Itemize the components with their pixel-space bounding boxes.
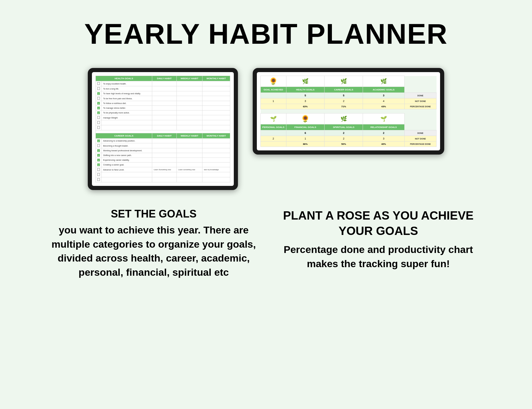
done-row-top: 5 5 3 DONE <box>261 93 437 98</box>
table-row: ✓Shifting into a new career path. <box>96 153 230 158</box>
checkbox[interactable] <box>97 97 100 100</box>
checkbox[interactable]: ✓ <box>97 102 100 105</box>
table-row <box>96 172 230 177</box>
health-pct: 63% <box>286 104 325 109</box>
weekly-habit-col-1: WEEKLY HABIT <box>177 76 202 81</box>
page-title: YEARLY HABIT PLANNER <box>84 18 448 50</box>
set-goals-title: SET THE GOALS <box>50 208 257 220</box>
set-goals-body: you want to achieve this year. There are… <box>50 223 257 279</box>
career-goals-header: CAREER GOALS DAILY HABIT WEEKLY HABIT MO… <box>96 133 230 139</box>
checkbox[interactable] <box>97 144 100 147</box>
table-row: ✓Experiencing career stability. <box>96 158 230 163</box>
plant-icon: 🌱 <box>270 116 277 122</box>
plant-row-bottom: 🌱 🌻 🌿 🌱 <box>261 113 437 124</box>
checkbox[interactable] <box>97 173 100 176</box>
checkbox[interactable]: ✓ <box>97 139 100 142</box>
plant-rose-body: Percentage done and productivity chart m… <box>275 243 482 271</box>
financial-not-done: 1 <box>286 136 325 142</box>
spiritual-done: 2 <box>325 130 363 136</box>
checkbox[interactable] <box>97 87 100 90</box>
table-row: ✓Working toward professional development… <box>96 148 230 153</box>
checkbox[interactable]: ✓ <box>97 159 100 161</box>
goal-achieved-header: GOAL ACHIEVED <box>261 87 286 93</box>
left-tablet: HEALTH GOALS DAILY HABIT WEEKLY HABIT MO… <box>88 68 238 190</box>
not-done-count: 1 <box>261 98 286 104</box>
grid-spacer <box>261 109 437 113</box>
table-row: ✓Advancing to a leadership position. <box>96 139 230 143</box>
pct-blank <box>261 104 286 109</box>
health-done: 5 <box>286 93 325 98</box>
weekly-habit-col-2: WEEKLY HABIT <box>177 133 202 139</box>
table-row: Advance to New Level.Learn Something new… <box>96 167 230 172</box>
sunflower-icon: 🌻 <box>269 77 278 85</box>
table-row: To be free from pain and illness. <box>96 96 230 101</box>
right-tablet: 🌻 🌿 🌿 🌿 GOAL ACHIEVED HEALTH GOALS CAREE… <box>253 68 444 155</box>
not-done-side-label: NOT DONE <box>404 98 436 104</box>
plant-icon: 🌿 <box>302 78 309 84</box>
checkbox[interactable]: ✓ <box>97 111 100 114</box>
financial-goals-header: FINANCIAL GOALS <box>286 124 325 130</box>
relationship-goals-header: RELATIONSHIP GOALS <box>363 124 405 130</box>
table-row: To enjoy excellent health. <box>96 81 230 86</box>
right-tablet-screen: 🌻 🌿 🌿 🌿 GOAL ACHIEVED HEALTH GOALS CAREE… <box>257 72 440 150</box>
not-done-side-label-b: NOT DONE <box>404 136 436 142</box>
checkbox[interactable]: ✓ <box>97 163 100 166</box>
spiritual-pct: 50% <box>325 142 363 147</box>
checkbox[interactable] <box>97 126 100 129</box>
career-not-done: 2 <box>325 98 363 104</box>
bottom-right-text: PLANT A ROSE AS YOU ACHIEVE YOUR GOALS P… <box>275 208 482 271</box>
monthly-habit-col-1: MONTHLY HABIT <box>202 76 230 81</box>
checkbox[interactable]: ✓ <box>97 154 100 157</box>
relationship-done: 2 <box>363 130 405 136</box>
table-row <box>96 125 230 130</box>
health-goals-header: HEALTH GOALS DAILY HABIT WEEKLY HABIT MO… <box>96 76 230 81</box>
checkbox[interactable]: ✓ <box>97 107 100 109</box>
pct-row-top: 63% 71% 43% PERCENTAGE DONE <box>261 104 437 109</box>
table-row: ✓Creating a career goal. <box>96 163 230 167</box>
plant-icon: 🌱 <box>380 116 387 122</box>
personal-not-done-count: 2 <box>261 136 286 142</box>
done-side-label-b: DONE <box>404 130 436 136</box>
academic-done: 3 <box>363 93 405 98</box>
academic-not-done: 4 <box>363 98 405 104</box>
monthly-habit-col-2: MONTHLY HABIT <box>202 133 230 139</box>
checkbox[interactable] <box>97 116 100 119</box>
not-done-row-bottom: 2 1 2 3 NOT DONE <box>261 136 437 142</box>
col-headers-top: GOAL ACHIEVED HEALTH GOALS CAREER GOALS … <box>261 87 437 93</box>
plant-row-top: 🌻 🌿 🌿 🌿 <box>261 76 437 87</box>
plant-icon: 🌿 <box>340 116 347 122</box>
plant-icon: 🌿 <box>380 78 387 84</box>
screens-row: HEALTH GOALS DAILY HABIT WEEKLY HABIT MO… <box>12 68 520 190</box>
bottom-row: SET THE GOALS you want to achieve this y… <box>15 208 517 279</box>
table-row: ✓To follow a nutritious diet. <box>96 101 230 106</box>
plant-icon: 🌿 <box>340 78 347 84</box>
daily-habit-col-1: DAILY HABIT <box>152 76 177 81</box>
spiritual-not-done: 2 <box>325 136 363 142</box>
pct-side-label-b: PERCENTAGE DONE <box>404 142 436 147</box>
personal-pct-blank <box>261 142 286 147</box>
plant-rose-title: PLANT A ROSE AS YOU ACHIEVE YOUR GOALS <box>275 208 482 238</box>
table-row <box>96 120 230 125</box>
checkbox[interactable]: ✓ <box>97 149 100 152</box>
financial-pct: 86% <box>286 142 325 147</box>
left-tablet-screen: HEALTH GOALS DAILY HABIT WEEKLY HABIT MO… <box>92 72 234 186</box>
daily-habit-col-2: DAILY HABIT <box>152 133 177 139</box>
checkbox[interactable]: ✓ <box>97 92 100 95</box>
health-goals-header-r: HEALTH GOALS <box>286 87 325 93</box>
checkbox[interactable] <box>97 168 100 171</box>
table-row: To live a long life. <box>96 86 230 91</box>
pct-side-label: PERCENTAGE DONE <box>404 104 436 109</box>
progress-grid-top: 🌻 🌿 🌿 🌿 GOAL ACHIEVED HEALTH GOALS CAREE… <box>260 76 437 147</box>
table-row <box>96 177 230 182</box>
done-label-cell <box>261 93 286 98</box>
spiritual-goals-header: SPIRITUAL GOALS <box>325 124 363 130</box>
checkbox[interactable] <box>97 121 100 124</box>
relationship-pct: 40% <box>363 142 405 147</box>
health-goals-label: HEALTH GOALS <box>96 76 152 81</box>
checkbox[interactable] <box>97 82 100 85</box>
personal-done-blank <box>261 130 286 136</box>
checkbox[interactable] <box>97 178 100 181</box>
pct-row-bottom: 86% 50% 40% PERCENTAGE DONE <box>261 142 437 147</box>
table-row: ✓To be physically more active. <box>96 111 230 115</box>
academic-pct: 43% <box>363 104 405 109</box>
